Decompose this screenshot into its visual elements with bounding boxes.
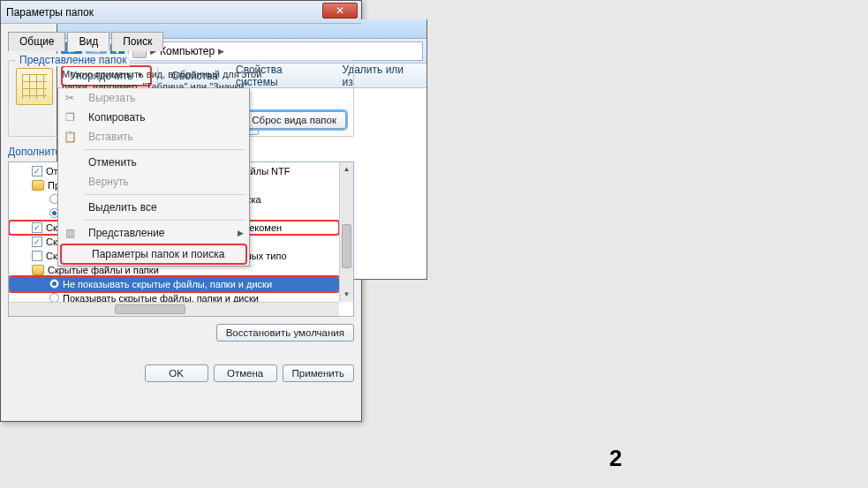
chevron-right-icon: ▶ [218, 47, 224, 56]
layout-icon: ▥ [58, 227, 81, 239]
restore-defaults-button[interactable]: Восстановить умолчания [216, 324, 354, 342]
menu-copy[interactable]: ❐ Копировать [58, 108, 249, 127]
chevron-right-icon: ▶ [238, 229, 249, 237]
menu-separator [85, 194, 245, 195]
cut-icon: ✂ [58, 92, 81, 104]
organize-menu: ✂ Вырезать ❐ Копировать 📋 Вставить Отмен… [57, 88, 250, 267]
menu-select-all[interactable]: Выделить все [58, 198, 249, 217]
scroll-thumb[interactable] [115, 304, 185, 314]
menu-folder-options[interactable]: Параметры папок и поиска [60, 244, 247, 265]
reset-folders-button[interactable]: Сброс вида папок [242, 111, 346, 129]
address-bar[interactable]: ▶ Компьютер ▶ [128, 41, 423, 61]
checkbox-icon[interactable]: ✓ [32, 236, 42, 247]
menu-separator [85, 149, 245, 150]
checkbox-icon[interactable] [32, 251, 42, 261]
folder-icon [32, 265, 44, 275]
cancel-button[interactable]: Отмена [214, 364, 277, 382]
radio-icon[interactable] [49, 279, 59, 289]
vertical-scrollbar[interactable]: ▲ ▼ [339, 162, 353, 302]
tab-search[interactable]: Поиск [111, 32, 163, 51]
scroll-thumb[interactable] [342, 224, 351, 268]
scroll-up-icon[interactable]: ▲ [340, 162, 353, 176]
dialog-title: Параметры папок [6, 6, 94, 19]
tab-general[interactable]: Общие [8, 32, 65, 51]
menu-paste[interactable]: 📋 Вставить [58, 127, 249, 146]
tree-row-dont-show-hidden[interactable]: Не показывать скрытые файлы, папки и дис… [9, 277, 339, 291]
checkbox-icon[interactable]: ✓ [32, 166, 42, 176]
menu-redo[interactable]: Вернуть [58, 172, 249, 191]
group-title: Представление папок [16, 54, 130, 66]
menu-layout[interactable]: ▥ Представление ▶ [58, 223, 249, 243]
menu-undo[interactable]: Отменить [58, 153, 249, 172]
checkbox-icon[interactable]: ✓ [32, 222, 42, 233]
breadcrumb-computer[interactable]: Компьютер [160, 45, 215, 57]
copy-icon: ❐ [58, 111, 81, 124]
radio-icon[interactable] [49, 293, 59, 302]
menu-cut[interactable]: ✂ Вырезать [58, 88, 249, 108]
ok-button[interactable]: OK [145, 364, 208, 382]
dialog-titlebar: Параметры папок ✕ [1, 1, 361, 24]
tab-view[interactable]: Вид [67, 32, 109, 51]
scroll-down-icon[interactable]: ▼ [340, 288, 353, 302]
horizontal-scrollbar[interactable] [9, 302, 339, 316]
menu-separator [85, 220, 245, 221]
apply-button[interactable]: Применить [283, 364, 354, 382]
close-button[interactable]: ✕ [322, 3, 358, 19]
folder-icon [32, 180, 44, 191]
paste-icon: 📋 [58, 131, 81, 143]
dialog-buttons: OK Отмена Применить [8, 357, 354, 382]
caption-2: 2 [609, 445, 622, 472]
tree-row[interactable]: Показывать скрытые файлы, папки и диски [9, 291, 339, 302]
folder-views-icon [16, 68, 53, 105]
